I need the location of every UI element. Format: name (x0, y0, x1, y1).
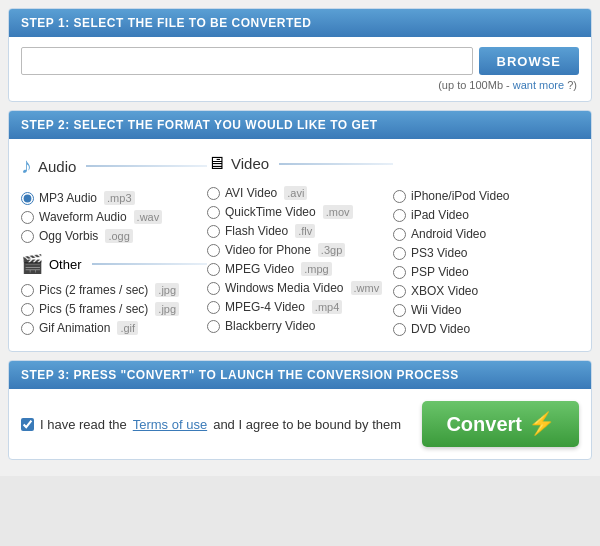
want-more-link[interactable]: want more (513, 79, 564, 91)
pics2-label: Pics (2 frames / sec) (39, 283, 148, 297)
pics2-ext: .jpg (155, 283, 179, 297)
radio-mpg[interactable] (207, 263, 220, 276)
other-title: Other (49, 257, 82, 272)
ogg-ext: .ogg (105, 229, 132, 243)
format-option-gif: Gif Animation .gif (21, 321, 207, 335)
radio-ogg[interactable] (21, 230, 34, 243)
wav-label: Waveform Audio (39, 210, 127, 224)
audio-icon (21, 153, 32, 179)
mp4-label: MPEG-4 Video (225, 300, 305, 314)
format-option-wmv: Windows Media Video .wmv (207, 281, 393, 295)
gif-label: Gif Animation (39, 321, 110, 335)
format-option-ipad: iPad Video (393, 208, 579, 222)
radio-psp[interactable] (393, 266, 406, 279)
other-section: Other Pics (2 frames / sec) .jpg Pics (5… (21, 253, 207, 335)
format-option-pics2: Pics (2 frames / sec) .jpg (21, 283, 207, 297)
radio-wav[interactable] (21, 211, 34, 224)
step3-body: I have read the Terms of use and I agree… (9, 389, 591, 459)
radio-wmv[interactable] (207, 282, 220, 295)
radio-avi[interactable] (207, 187, 220, 200)
left-col: Audio MP3 Audio .mp3 Waveform Audio .wav (21, 153, 207, 341)
radio-blackberry[interactable] (207, 320, 220, 333)
format-option-xbox: XBOX Video (393, 284, 579, 298)
format-option-ps3: PS3 Video (393, 246, 579, 260)
convert-button[interactable]: Convert ⚡ (422, 401, 579, 447)
flv-label: Flash Video (225, 224, 288, 238)
radio-wii[interactable] (393, 304, 406, 317)
psp-label: PSP Video (411, 265, 469, 279)
radio-android[interactable] (393, 228, 406, 241)
format-option-blackberry: Blackberry Video (207, 319, 393, 333)
video-icon (207, 153, 225, 174)
step2-header: STEP 2: SELECT THE FORMAT YOU WOULD LIKE… (9, 111, 591, 139)
main-container: STEP 1: SELECT THE FILE TO BE CONVERTED … (0, 0, 600, 476)
tos-link[interactable]: Terms of use (133, 417, 207, 432)
audio-title: Audio (38, 158, 76, 175)
radio-xbox[interactable] (393, 285, 406, 298)
radio-ipad[interactable] (393, 209, 406, 222)
other-divider (92, 263, 207, 265)
mov-ext: .mov (323, 205, 353, 219)
step3-section: STEP 3: PRESS "CONVERT" TO LAUNCH THE CO… (8, 360, 592, 460)
lightning-icon: ⚡ (528, 411, 555, 437)
step2-body: Audio MP3 Audio .mp3 Waveform Audio .wav (9, 139, 591, 351)
audio-divider (86, 165, 207, 167)
audio-header: Audio (21, 153, 207, 183)
wmv-label: Windows Media Video (225, 281, 344, 295)
browse-button[interactable]: BROWSE (479, 47, 580, 75)
mpg-label: MPEG Video (225, 262, 294, 276)
radio-mp3[interactable] (21, 192, 34, 205)
avi-ext: .avi (284, 186, 307, 200)
step1-body: BROWSE (up to 100Mb - want more ?) (9, 37, 591, 101)
radio-ps3[interactable] (393, 247, 406, 260)
format-option-wav: Waveform Audio .wav (21, 210, 207, 224)
pics5-label: Pics (5 frames / sec) (39, 302, 148, 316)
format-option-avi: AVI Video .avi (207, 186, 393, 200)
android-label: Android Video (411, 227, 486, 241)
radio-mp4[interactable] (207, 301, 220, 314)
tos-text: I have read the (40, 417, 127, 432)
format-option-psp: PSP Video (393, 265, 579, 279)
mp3-ext: .mp3 (104, 191, 134, 205)
wav-ext: .wav (134, 210, 163, 224)
ps3-label: PS3 Video (411, 246, 468, 260)
file-limit-text: (up to 100Mb - want more ?) (21, 79, 579, 91)
video-divider (279, 163, 393, 165)
radio-pics5[interactable] (21, 303, 34, 316)
tos-after: and I agree to be bound by them (213, 417, 401, 432)
radio-3gp[interactable] (207, 244, 220, 257)
radio-pics2[interactable] (21, 284, 34, 297)
step1-section: STEP 1: SELECT THE FILE TO BE CONVERTED … (8, 8, 592, 102)
file-input-box[interactable] (21, 47, 473, 75)
format-option-mov: QuickTime Video .mov (207, 205, 393, 219)
other-header: Other (21, 253, 207, 275)
step2-section: STEP 2: SELECT THE FORMAT YOU WOULD LIKE… (8, 110, 592, 352)
radio-iphone[interactable] (393, 190, 406, 203)
tos-row: I have read the Terms of use and I agree… (21, 417, 401, 432)
dvd-label: DVD Video (411, 322, 470, 336)
radio-mov[interactable] (207, 206, 220, 219)
3gp-label: Video for Phone (225, 243, 311, 257)
iphone-label: iPhone/iPod Video (411, 189, 510, 203)
video-title: Video (231, 155, 269, 172)
radio-dvd[interactable] (393, 323, 406, 336)
mpg-ext: .mpg (301, 262, 331, 276)
video-col1: Video AVI Video .avi QuickTime Video .mo… (207, 153, 393, 341)
format-option-mpg: MPEG Video .mpg (207, 262, 393, 276)
radio-flv[interactable] (207, 225, 220, 238)
format-option-mp4: MPEG-4 Video .mp4 (207, 300, 393, 314)
step1-header: STEP 1: SELECT THE FILE TO BE CONVERTED (9, 9, 591, 37)
format-option-mp3: MP3 Audio .mp3 (21, 191, 207, 205)
radio-gif[interactable] (21, 322, 34, 335)
format-grid: Audio MP3 Audio .mp3 Waveform Audio .wav (21, 149, 579, 341)
format-option-dvd: DVD Video (393, 322, 579, 336)
ipad-label: iPad Video (411, 208, 469, 222)
wmv-ext: .wmv (351, 281, 383, 295)
tos-checkbox[interactable] (21, 418, 34, 431)
gif-ext: .gif (117, 321, 138, 335)
video-col2-spacer (393, 153, 579, 181)
ogg-label: Ogg Vorbis (39, 229, 98, 243)
format-option-ogg: Ogg Vorbis .ogg (21, 229, 207, 243)
mp3-label: MP3 Audio (39, 191, 97, 205)
blackberry-label: Blackberry Video (225, 319, 316, 333)
